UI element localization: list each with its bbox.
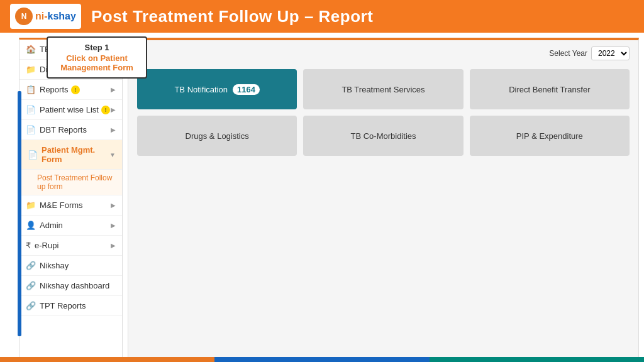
sidebar: 🏠 TB Notification 📁 Directory ▶ 📋 Report… bbox=[19, 38, 123, 362]
step-action: Click on Patient Management Form bbox=[57, 53, 137, 72]
card-label: PIP & Expenditure bbox=[516, 131, 583, 141]
sidebar-item-label: Patient Mgmt. Form bbox=[42, 145, 109, 164]
doc-icon: 📄 bbox=[28, 150, 38, 160]
chevron-icon: ▶ bbox=[111, 202, 116, 209]
card-label: Direct Benefit Transfer bbox=[509, 85, 590, 94]
cards-grid: TB Notification 1164 TB Treatment Servic… bbox=[137, 69, 630, 156]
sidebar-item-dbt-reports[interactable]: 📄 DBT Reports ▶ bbox=[19, 120, 122, 140]
sidebar-item-label: Patient wise List bbox=[40, 105, 99, 114]
folder-icon: 📁 bbox=[26, 200, 36, 210]
card-label: TB Notification bbox=[174, 85, 228, 94]
page-title: Post Treatment Follow Up – Report bbox=[91, 7, 373, 26]
app-header: N ni-kshay Post Treatment Follow Up – Re… bbox=[0, 0, 644, 33]
select-year-label: Select Year bbox=[549, 49, 587, 58]
chevron-icon: ▶ bbox=[111, 106, 116, 113]
card-label: TB Treatment Services bbox=[341, 85, 425, 94]
doc-icon: 📄 bbox=[26, 105, 36, 114]
sidebar-item-label: DBT Reports bbox=[40, 125, 87, 134]
left-accent-bar bbox=[18, 91, 21, 336]
report-icon: 📋 bbox=[26, 85, 36, 94]
content-topbar: Select Year 2020 2021 2022 2023 bbox=[137, 47, 630, 60]
main-wrapper: 🏠 TB Notification 📁 Directory ▶ 📋 Report… bbox=[0, 38, 644, 362]
link-icon: 🔗 bbox=[26, 301, 36, 310]
sidebar-item-label: M&E Forms bbox=[40, 200, 83, 210]
home-icon: 🏠 bbox=[26, 45, 36, 54]
sidebar-item-nikshay[interactable]: 🔗 Nikshay bbox=[19, 256, 122, 276]
chevron-icon: ▼ bbox=[109, 151, 116, 158]
reports-badge: ! bbox=[71, 85, 80, 94]
sidebar-item-reports[interactable]: 📋 Reports ! ▶ bbox=[19, 80, 122, 100]
sidebar-item-label: TPT Reports bbox=[40, 301, 86, 310]
doc-icon: 📄 bbox=[26, 125, 36, 134]
sidebar-item-label: e-Rupi bbox=[35, 241, 58, 250]
sidebar-item-label: Reports bbox=[40, 85, 69, 94]
sidebar-item-label: Nikshay bbox=[40, 261, 69, 270]
card-tb-treatment-services[interactable]: TB Treatment Services bbox=[303, 69, 463, 109]
sidebar-item-nikshay-dashboard[interactable]: 🔗 Nikshay dashboard bbox=[19, 276, 122, 296]
link-icon: 🔗 bbox=[26, 281, 36, 290]
sidebar-item-tpt-reports[interactable]: 🔗 TPT Reports bbox=[19, 296, 122, 316]
card-label: TB Co-Morbidities bbox=[350, 131, 416, 141]
card-count-badge: 1164 bbox=[233, 84, 260, 95]
content-panel: Select Year 2020 2021 2022 2023 TB Notif… bbox=[128, 38, 639, 362]
sidebar-item-admin[interactable]: 👤 Admin ▶ bbox=[19, 216, 122, 236]
card-pip-expenditure[interactable]: PIP & Expenditure bbox=[470, 116, 630, 156]
chevron-icon: ▶ bbox=[111, 126, 116, 133]
bottom-bar-blue bbox=[214, 357, 429, 362]
chevron-icon: ▶ bbox=[111, 86, 116, 93]
card-direct-benefit-transfer[interactable]: Direct Benefit Transfer bbox=[470, 69, 630, 109]
logo: N ni-kshay bbox=[10, 4, 81, 29]
patient-wise-badge: ! bbox=[101, 106, 110, 114]
sidebar-sub-item-post-treatment[interactable]: Post Treatment Follow up form bbox=[19, 170, 122, 195]
card-drugs-logistics[interactable]: Drugs & Logistics bbox=[137, 116, 297, 156]
step-label: Step 1 bbox=[57, 43, 137, 52]
card-tb-co-morbidities[interactable]: TB Co-Morbidities bbox=[303, 116, 463, 156]
folder-icon: 📁 bbox=[26, 65, 36, 74]
link-icon: 🔗 bbox=[26, 261, 36, 270]
sidebar-item-patient-wise-list[interactable]: 📄 Patient wise List ! ▶ bbox=[19, 100, 122, 120]
logo-icon: N bbox=[15, 8, 33, 25]
rupee-icon: ₹ bbox=[26, 241, 31, 250]
card-label: Drugs & Logistics bbox=[186, 131, 249, 141]
sidebar-item-label: Nikshay dashboard bbox=[40, 281, 109, 290]
card-tb-notification[interactable]: TB Notification 1164 bbox=[137, 69, 297, 109]
chevron-icon: ▶ bbox=[111, 222, 116, 229]
bottom-bar-orange bbox=[0, 357, 214, 362]
year-select[interactable]: 2020 2021 2022 2023 bbox=[591, 47, 630, 60]
sidebar-item-mne-forms[interactable]: 📁 M&E Forms ▶ bbox=[19, 195, 122, 216]
chevron-icon: ▶ bbox=[111, 242, 116, 249]
bottom-bar bbox=[0, 357, 644, 362]
sidebar-item-e-rupi[interactable]: ₹ e-Rupi ▶ bbox=[19, 236, 122, 256]
sidebar-item-patient-mgmt-form[interactable]: 📄 Patient Mgmt. Form ▼ bbox=[19, 140, 122, 170]
sub-menu-label: Post Treatment Follow up form bbox=[37, 173, 112, 191]
logo-text: ni-kshay bbox=[35, 11, 76, 22]
sidebar-item-label: Admin bbox=[40, 221, 63, 230]
user-icon: 👤 bbox=[26, 221, 36, 230]
step-callout: Step 1 Click on Patient Management Form bbox=[47, 36, 147, 79]
bottom-bar-teal bbox=[430, 357, 644, 362]
